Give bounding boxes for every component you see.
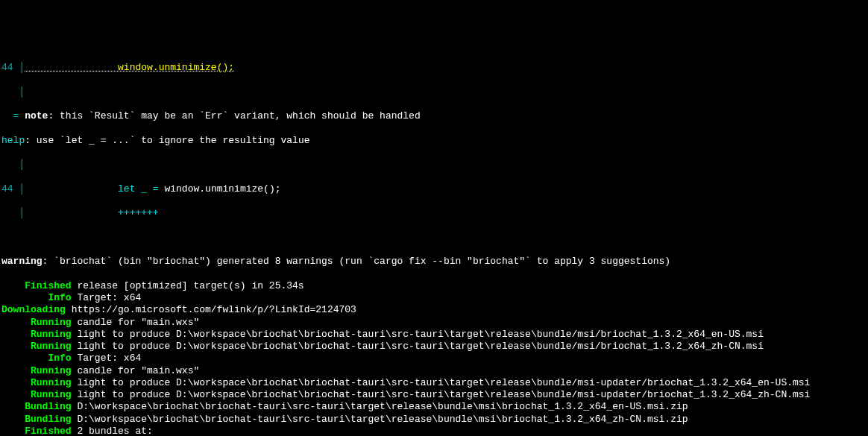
log-label: Info bbox=[1, 292, 72, 303]
log-label: Running bbox=[1, 377, 72, 388]
log-line: Downloading https://go.microsoft.com/fwl… bbox=[1, 304, 867, 316]
log-text: release [optimized] target(s) in 25.34s bbox=[72, 280, 304, 291]
log-label: Running bbox=[1, 365, 72, 376]
log-text: Target: x64 bbox=[72, 292, 142, 303]
log-line: Running candle for "main.wxs" bbox=[1, 317, 867, 329]
log-label: Running bbox=[1, 341, 72, 352]
terminal-output[interactable]: 44 │ window.unminimize(); │ = note: this… bbox=[1, 50, 867, 436]
log-text: https://go.microsoft.com/fwlink/p/?LinkI… bbox=[66, 304, 356, 315]
log-label: Running bbox=[1, 389, 72, 400]
log-line: Running light to produce D:\workspace\br… bbox=[1, 389, 867, 401]
line-number: 44 bbox=[1, 62, 13, 73]
log-label: Downloading bbox=[1, 304, 66, 315]
log-line: Finished release [optimized] target(s) i… bbox=[1, 280, 867, 292]
gutter-blank: │ bbox=[1, 86, 867, 98]
log-label: Bundling bbox=[1, 414, 72, 425]
log-line: Bundling D:\workspace\briochat\briochat-… bbox=[1, 414, 867, 426]
log-label: Running bbox=[1, 329, 72, 340]
gutter-blank-2: │ bbox=[1, 159, 867, 171]
log-line: Running candle for "main.wxs" bbox=[1, 365, 867, 377]
log-line: Info Target: x64 bbox=[1, 292, 867, 304]
suggestion-line: 44 │ let _ = window.unminimize(); bbox=[1, 183, 867, 195]
log-line: Running light to produce D:\workspace\br… bbox=[1, 341, 867, 353]
help-line: help: use `let _ = ...` to ignore the re… bbox=[1, 135, 867, 147]
build-log: Finished release [optimized] target(s) i… bbox=[1, 280, 867, 436]
warning-line: warning: `briochat` (bin "briochat") gen… bbox=[1, 256, 867, 268]
log-line: Finished 2 bundles at: bbox=[1, 426, 867, 436]
log-line: Info Target: x64 bbox=[1, 353, 867, 364]
log-text: D:\workspace\briochat\briochat-tauri\src… bbox=[72, 401, 688, 412]
log-text: D:\workspace\briochat\briochat-tauri\src… bbox=[72, 414, 688, 425]
log-line: Running light to produce D:\workspace\br… bbox=[1, 377, 867, 389]
log-text: candle for "main.wxs" bbox=[72, 317, 200, 328]
log-text: candle for "main.wxs" bbox=[72, 365, 200, 376]
log-label: Finished bbox=[1, 426, 72, 436]
log-text: 2 bundles at: bbox=[72, 426, 153, 436]
log-label: Running bbox=[1, 317, 72, 328]
log-text: light to produce D:\workspace\briochat\b… bbox=[72, 389, 811, 400]
log-label: Bundling bbox=[1, 401, 72, 412]
note-line: = note: this `Result` may be an `Err` va… bbox=[1, 110, 867, 122]
code-line: 44 │ window.unminimize(); bbox=[1, 62, 867, 74]
log-text: light to produce D:\workspace\briochat\b… bbox=[72, 341, 764, 352]
log-label: Finished bbox=[1, 280, 72, 291]
log-line: Running light to produce D:\workspace\br… bbox=[1, 329, 867, 341]
log-text: Target: x64 bbox=[72, 353, 142, 364]
log-line: Bundling D:\workspace\briochat\briochat-… bbox=[1, 401, 867, 413]
suggestion-underline: │ +++++++ bbox=[1, 207, 867, 219]
log-label: Info bbox=[1, 353, 72, 364]
log-text: light to produce D:\workspace\briochat\b… bbox=[72, 329, 764, 340]
log-text: light to produce D:\workspace\briochat\b… bbox=[72, 377, 811, 388]
